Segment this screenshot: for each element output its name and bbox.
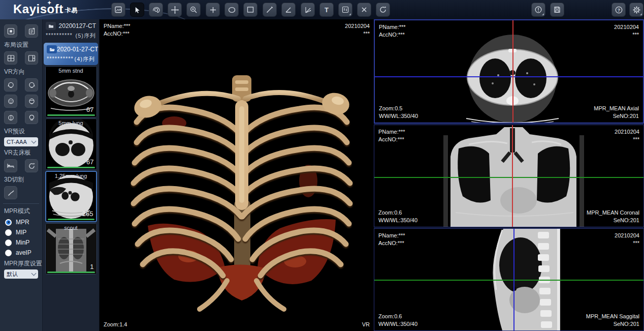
series-report-icon [28, 27, 36, 35]
save-icon [553, 6, 561, 14]
ellipse-tool-button[interactable] [224, 3, 239, 17]
thumbnail-label: 1.25mm lung [46, 173, 96, 179]
vr-head-back-button[interactable] [25, 95, 38, 108]
series-thumbnail-125mm-lung[interactable]: 1.25mm lung 265 [45, 171, 97, 222]
thumbnail-image-count: 265 [82, 210, 93, 218]
scalpel-icon [7, 189, 15, 197]
mpr-thickness-select[interactable]: 默认 [4, 269, 38, 279]
measure-line-button[interactable] [263, 3, 277, 17]
vr-head-top-button[interactable] [4, 111, 17, 124]
layout-single-button[interactable] [4, 24, 17, 38]
vr-ribcage-render [127, 73, 356, 323]
cursor-tool-button[interactable] [130, 3, 144, 17]
svg-text:?: ? [617, 7, 620, 12]
thumbnail-label: 5mm stnd [46, 68, 96, 74]
thumbnail-label: 5mm lung [46, 120, 96, 126]
window-level-button[interactable] [338, 3, 352, 17]
head-front-icon [7, 98, 15, 105]
thumbnail-progress-bar [47, 114, 95, 116]
vr-head-bottom-button[interactable] [25, 111, 38, 124]
mpr-mode-option-mip[interactable]: MIP [4, 229, 38, 236]
mpr-mode-option-mpr[interactable]: MPR [4, 219, 38, 226]
settings-button[interactable] [629, 3, 643, 17]
angle-tool-button[interactable] [281, 3, 296, 17]
rectangle-tool-button[interactable] [243, 3, 257, 17]
mpr-accession-no: AccNO:*** [378, 239, 404, 247]
series-thumbnail-5mm-lung[interactable]: 5mm lung 67 [45, 118, 97, 170]
thumbnail-progress-bar [48, 219, 94, 220]
vr-preset-value: CT-AAA [7, 139, 27, 145]
mpr-coronal-viewport[interactable]: PName:*** AccNO:*** 20210204 *** Zoom:0.… [374, 125, 644, 227]
angle-icon [284, 6, 293, 14]
zoom-in-icon [189, 6, 198, 14]
info-button[interactable] [531, 3, 545, 17]
study-item-selected[interactable]: 2020-01-27-CT ********** (4)序列 [44, 43, 98, 65]
vr-masked-id: *** [363, 30, 370, 38]
series-thumbnail-scout[interactable]: scout 1 [45, 223, 97, 275]
vr-viewport[interactable]: PName:*** AccNO:*** 20210204 *** Zoom:1.… [100, 19, 374, 331]
radio-selected-icon [5, 219, 12, 226]
mpr-accession-no: AccNO:*** [378, 136, 404, 143]
divider [3, 203, 39, 204]
vr-preset-select[interactable]: CT-AAA [4, 137, 38, 146]
layout-1-2-icon [28, 54, 36, 62]
remove-bed-button[interactable] [4, 159, 17, 172]
save-button[interactable] [550, 3, 564, 17]
pan-tool-button[interactable] [168, 3, 182, 17]
study-series-count: (5)序列 [76, 32, 96, 40]
chevron-down-icon [31, 139, 37, 144]
crosshair-tool-button[interactable] [206, 3, 220, 17]
series-report-button[interactable] [25, 24, 38, 38]
mpr-zoom-factor: Zoom:0.6 [378, 209, 402, 217]
text-tool-button[interactable]: T [319, 3, 334, 17]
mpr-zoom-factor: Zoom:0.6 [378, 313, 402, 320]
vr-patient-name: PName:*** [104, 22, 131, 30]
mpr-mode-option-aveip[interactable]: aveIP [4, 249, 38, 256]
restore-icon [28, 162, 36, 170]
layout-grid-2x2-button[interactable] [4, 51, 17, 65]
sagittal-crosshair-horizontal-green[interactable] [374, 280, 643, 281]
vr-study-date: 20210204 [345, 22, 370, 30]
sagittal-crosshair-vertical-blue[interactable] [513, 229, 514, 330]
vr-head-left-button[interactable] [4, 78, 17, 92]
restore-bed-button[interactable] [25, 159, 38, 172]
info-icon [534, 6, 542, 14]
layout-1-2-button[interactable] [25, 51, 38, 65]
mpr-zoom-factor: Zoom:0.5 [379, 105, 402, 112]
mpr-axial-viewport[interactable]: PName:*** AccNO:*** 20210204 *** Zoom:0.… [374, 19, 644, 124]
mpr-column: PName:*** AccNO:*** 20210204 *** Zoom:0.… [374, 19, 644, 331]
mpr-study-date: 20210204 [614, 23, 639, 31]
mpr-study-date: 20210204 [615, 128, 639, 136]
mpr-mode-option-minp[interactable]: MinP [4, 239, 38, 246]
vr-zoom-factor: Zoom:1.4 [104, 321, 127, 328]
scalpel-button[interactable] [4, 186, 17, 199]
mpr-sagittal-viewport[interactable]: PName:*** AccNO:*** 20210204 *** Zoom:0.… [374, 228, 644, 331]
rotate-3d-button[interactable] [149, 3, 163, 17]
top-toolbar: Kayisoft✦卡易 [0, 0, 644, 20]
series-thumbnail-5mm-stnd[interactable]: 5mm stnd 67 [45, 66, 97, 117]
thumbnail-progress-bar [47, 272, 95, 273]
axial-crosshair-vertical-red[interactable] [512, 20, 513, 123]
gear-icon [632, 6, 641, 14]
series-panel: 20200127-CT ********** (5)序列 2020-01-27-… [43, 19, 100, 331]
mpr-masked-id: *** [633, 136, 639, 143]
coronal-crosshair-vertical-red[interactable] [512, 125, 513, 227]
coronal-crosshair-horizontal-green[interactable] [374, 177, 643, 178]
reset-view-button[interactable] [376, 3, 390, 17]
thumbnail-image [46, 224, 96, 274]
measure-line-icon [266, 6, 274, 14]
head-top-icon [7, 114, 15, 122]
vr-head-right-button[interactable] [25, 78, 38, 92]
vr-head-front-button[interactable] [4, 95, 17, 108]
zoom-tool-button[interactable] [186, 3, 201, 17]
image-layout-button[interactable] [111, 3, 125, 17]
help-button[interactable]: ? [611, 3, 626, 17]
mpr-plane-label: MPR_MEAN Saggital [586, 313, 639, 320]
rectangle-icon [246, 6, 254, 14]
layout-settings-label: 布局设置 [4, 41, 38, 49]
delete-annotation-button[interactable] [357, 3, 371, 17]
mpr-series-no: SeNO:201 [614, 320, 639, 328]
cobb-angle-button[interactable] [301, 3, 315, 17]
axial-crosshair-horizontal-blue[interactable] [375, 76, 643, 77]
study-item[interactable]: 20200127-CT ********** (5)序列 [43, 19, 99, 42]
